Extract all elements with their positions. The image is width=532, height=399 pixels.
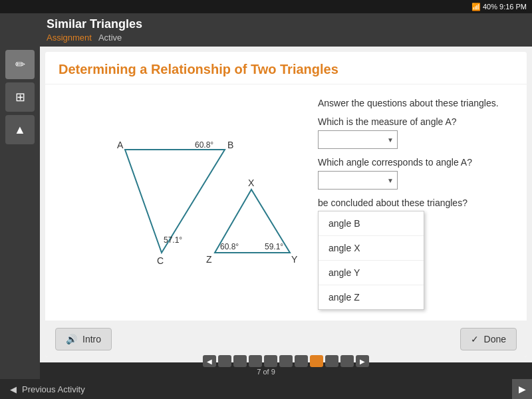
intro-button[interactable]: 🔊 Intro bbox=[55, 328, 112, 350]
pagination-row: ◀ ▶ bbox=[40, 355, 532, 367]
prev-page-arrow[interactable]: ◀ bbox=[203, 355, 216, 367]
page-dot-2[interactable] bbox=[233, 355, 247, 367]
label-A: A bbox=[117, 140, 124, 150]
page-dot-3[interactable] bbox=[249, 355, 262, 367]
option-angle-x[interactable]: angle X bbox=[319, 236, 424, 261]
label-Y: Y bbox=[291, 254, 298, 265]
content-title: Determining a Relationship of Two Triang… bbox=[45, 52, 527, 84]
dropdown2-menu: angle B angle X angle Y angle Z bbox=[318, 211, 424, 310]
page-dot-9[interactable] bbox=[340, 355, 354, 367]
angle-60-8-abc: 60.8° bbox=[195, 140, 213, 150]
prev-activity-label: Previous Activity bbox=[22, 384, 85, 394]
option-angle-z[interactable]: angle Z bbox=[319, 285, 424, 309]
page-dot-6[interactable] bbox=[295, 355, 308, 367]
speaker-icon: 🔊 bbox=[66, 334, 77, 344]
calculator-button[interactable]: ⊞ bbox=[5, 82, 35, 112]
status-bar: 📶 40% 9:16 PM bbox=[0, 0, 532, 13]
page-counter: 7 of 9 bbox=[257, 368, 275, 376]
dropdown2[interactable]: ▼ bbox=[318, 171, 398, 190]
label-B: B bbox=[227, 140, 233, 150]
dropdown1[interactable]: ▼ bbox=[318, 130, 398, 149]
active-status: Active bbox=[98, 33, 122, 43]
question-intro: Answer the questions about these triangl… bbox=[318, 98, 513, 108]
label-Z: Z bbox=[206, 254, 212, 265]
page-dot-5[interactable] bbox=[279, 355, 293, 367]
done-label: Done bbox=[484, 334, 506, 344]
question3-prefix: be concluded about these triangles? bbox=[318, 198, 467, 208]
check-icon: ✓ bbox=[471, 334, 479, 344]
page-dot-8[interactable] bbox=[325, 355, 338, 367]
next-page-arrow[interactable]: ▶ bbox=[356, 355, 369, 367]
option-angle-y[interactable]: angle Y bbox=[319, 261, 424, 285]
questions-area: Answer the questions about these triangl… bbox=[311, 91, 520, 314]
angle-60-8-xyz: 60.8° bbox=[220, 242, 239, 251]
app-title: Similar Triangles bbox=[47, 17, 532, 31]
page-dot-4[interactable] bbox=[264, 355, 277, 367]
footer-toolbar: 🔊 Intro ✓ Done bbox=[45, 321, 527, 357]
dropdown2-container: ▼ angle B angle X angle Y angle Z bbox=[318, 171, 513, 190]
pencil-button[interactable]: ✏ bbox=[5, 50, 35, 79]
up-button[interactable]: ▲ bbox=[5, 115, 35, 144]
right-chevron-icon: ▶ bbox=[519, 384, 526, 394]
diagram-area: A B C 60.8° 57.1° X Z Y 60.8° 59 bbox=[52, 91, 305, 314]
sidebar: ✏ ⊞ ▲ bbox=[0, 13, 40, 379]
question2-label: Which angle corresponds to angle A? bbox=[318, 157, 513, 168]
battery-signal: 📶 40% 9:16 PM bbox=[471, 3, 527, 11]
bottom-bar: ◀ Previous Activity ▶ bbox=[0, 379, 532, 399]
angle-57-1-abc: 57.1° bbox=[164, 235, 182, 245]
content-body: A B C 60.8° 57.1° X Z Y 60.8° 59 bbox=[45, 84, 527, 321]
main-content: Determining a Relationship of Two Triang… bbox=[40, 47, 532, 362]
triangle-diagram: A B C 60.8° 57.1° X Z Y 60.8° 59 bbox=[59, 116, 298, 289]
question3-row: be concluded about these triangles? bbox=[318, 198, 513, 208]
option-angle-b[interactable]: angle B bbox=[319, 211, 424, 236]
next-arrow-button[interactable]: ▶ bbox=[512, 379, 532, 399]
dropdown2-arrow: ▼ bbox=[387, 177, 394, 184]
dropdown1-container: ▼ bbox=[318, 130, 513, 149]
prev-activity-button[interactable]: ◀ Previous Activity bbox=[0, 384, 95, 394]
dropdown1-arrow: ▼ bbox=[387, 136, 394, 144]
done-button[interactable]: ✓ Done bbox=[460, 328, 517, 350]
page-dot-7[interactable] bbox=[310, 355, 323, 367]
question1-label: Which is the measure of angle A? bbox=[318, 116, 513, 127]
intro-label: Intro bbox=[82, 334, 101, 344]
left-chevron-icon: ◀ bbox=[10, 384, 17, 394]
label-X: X bbox=[248, 178, 255, 188]
content-inner: Determining a Relationship of Two Triang… bbox=[45, 52, 527, 357]
angle-59-1-xyz: 59.1° bbox=[265, 242, 283, 251]
page-dot-1[interactable] bbox=[218, 355, 231, 367]
assignment-link[interactable]: Assignment bbox=[47, 33, 92, 43]
label-C: C bbox=[157, 255, 164, 266]
app-header: Similar Triangles Assignment Active bbox=[40, 13, 532, 47]
